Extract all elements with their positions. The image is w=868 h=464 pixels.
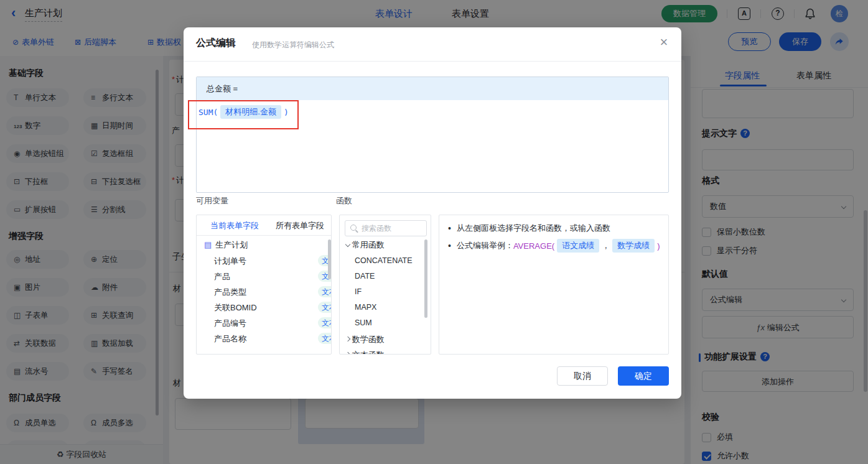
function-item[interactable]: MAPX xyxy=(355,300,376,315)
variables-tabs: 当前表单字段 所有表单字段 xyxy=(197,215,331,236)
field-type-badge: 文本 xyxy=(318,302,332,313)
variable-row[interactable]: 产品名称文本 xyxy=(214,331,246,346)
chevron-right-icon xyxy=(345,352,350,355)
tab-current-form-fields[interactable]: 当前表单字段 xyxy=(210,220,259,231)
confirm-button[interactable]: 确定 xyxy=(618,366,669,386)
variable-row[interactable]: 产品编号文本 xyxy=(214,315,246,331)
function-item[interactable]: DATE xyxy=(355,269,375,284)
close-icon[interactable]: × xyxy=(654,32,674,52)
variables-label: 可用变量 xyxy=(196,195,228,206)
formula-edit-dialog: 公式编辑 使用数学运算符编辑公式 × 总金额 = SUM(材料明细.金额) 可用… xyxy=(184,27,681,399)
function-group-math[interactable]: 数学函数 xyxy=(346,332,385,347)
example-function: AVERAGE( xyxy=(513,241,554,251)
dialog-title: 公式编辑 xyxy=(196,37,236,50)
bullet-icon: • xyxy=(448,223,451,233)
tips-panel: • 从左侧面板选择字段名和函数，或输入函数 • 公式编辑举例： AVERAGE(… xyxy=(439,215,669,355)
search-icon xyxy=(350,225,358,233)
formula-result-label: 总金额 = xyxy=(197,77,668,100)
formula-expression[interactable]: SUM(材料明细.金额) xyxy=(198,105,289,119)
example-field-chip: 语文成绩 xyxy=(557,239,599,253)
formula-function: SUM( xyxy=(198,108,218,117)
formula-editor[interactable]: 总金额 = xyxy=(196,77,669,193)
variables-scrollbar[interactable] xyxy=(328,239,331,279)
variable-row[interactable]: 关联BOMID文本 xyxy=(214,300,257,315)
variable-row[interactable]: 产品类型文本 xyxy=(214,284,246,300)
tip-line: • 从左侧面板选择字段名和函数，或输入函数 xyxy=(448,223,610,234)
chevron-right-icon xyxy=(345,336,350,341)
formula-close-paren: ) xyxy=(284,108,289,117)
function-item[interactable]: IF xyxy=(355,284,362,300)
field-type-badge: 文本 xyxy=(318,286,332,297)
bullet-icon: • xyxy=(448,241,451,251)
functions-scrollbar[interactable] xyxy=(424,239,427,318)
example-close-paren: ) xyxy=(657,241,660,251)
form-doc-icon: ▤ xyxy=(204,240,212,249)
function-item[interactable]: CONCATENATE xyxy=(355,253,413,269)
variable-row[interactable]: 计划单号文本 xyxy=(214,253,246,269)
divider xyxy=(184,61,681,62)
example-field-chip: 数学成绩 xyxy=(612,239,655,253)
function-group-text[interactable]: 文本函数 xyxy=(346,347,385,355)
cancel-button[interactable]: 取消 xyxy=(557,366,608,386)
field-type-badge: 文本 xyxy=(318,333,332,344)
field-type-badge: 文本 xyxy=(318,317,332,328)
function-group-common[interactable]: 常用函数 xyxy=(346,237,385,253)
variables-panel: 当前表单字段 所有表单字段 ▤生产计划 计划单号文本 产品文本 产品类型文本 关… xyxy=(196,215,332,355)
function-search-input[interactable]: 搜索函数 xyxy=(345,220,427,236)
functions-panel: 搜索函数 常用函数 CONCATENATE DATE IF MAPX SUM 数… xyxy=(339,215,431,355)
tip-example-line: • 公式编辑举例： AVERAGE( 语文成绩 ， 数学成绩 ) xyxy=(448,239,660,253)
tab-all-form-fields[interactable]: 所有表单字段 xyxy=(276,220,324,231)
function-item[interactable]: SUM xyxy=(355,315,372,331)
dialog-subtitle: 使用数学运算符编辑公式 xyxy=(252,40,334,50)
chevron-down-icon xyxy=(345,242,350,247)
field-reference-chip[interactable]: 材料明细.金额 xyxy=(220,105,281,119)
functions-label: 函数 xyxy=(336,195,352,206)
tree-root[interactable]: ▤生产计划 xyxy=(204,237,248,253)
variable-row[interactable]: 产品文本 xyxy=(214,269,230,284)
